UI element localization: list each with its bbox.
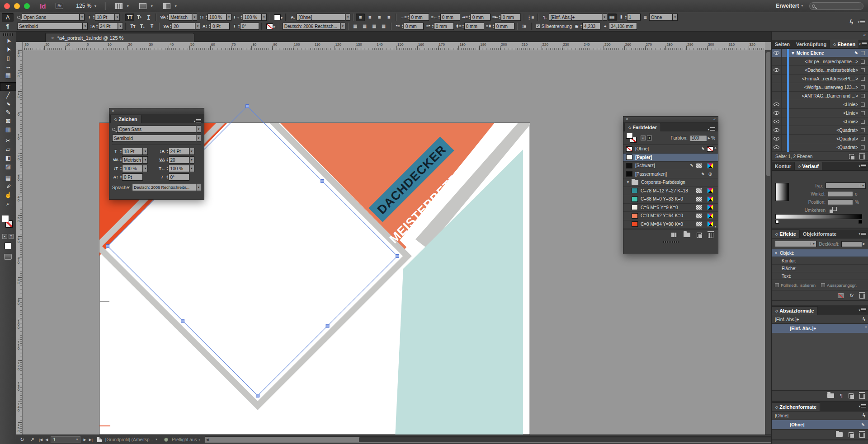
share-button[interactable]: ↗ xyxy=(28,436,36,443)
layer-name[interactable]: <Linie> xyxy=(843,111,858,116)
gradient-feather-tool[interactable]: ▨ xyxy=(0,162,16,171)
horizontal-scale-field[interactable]: T↔100 % xyxy=(233,14,267,21)
last-page-button[interactable]: ▶| xyxy=(89,438,93,442)
tab-objektformate[interactable]: Objektformate xyxy=(800,229,840,238)
new-color-group-icon[interactable] xyxy=(684,233,690,237)
leading-field[interactable]: ↕A24 Pt xyxy=(90,23,123,30)
tab-verlauf[interactable]: ◇Verlauf xyxy=(794,162,822,170)
tab-seiten[interactable]: Seiten xyxy=(772,40,793,48)
effects-target-kontur[interactable]: Kontur: xyxy=(772,257,868,265)
tab-absatzformate[interactable]: ◇Absatzformate xyxy=(772,306,818,315)
search-input[interactable] xyxy=(809,2,863,10)
lock-column[interactable] xyxy=(782,109,787,117)
gradient-stop-black[interactable] xyxy=(859,220,862,224)
font-family-combo[interactable]: Open Sans xyxy=(112,126,201,133)
sync-settings-button[interactable]: ↻ xyxy=(18,436,26,443)
visibility-eye-toggle[interactable] xyxy=(772,66,782,75)
layer-name[interactable]: <Ihr pe...nsprechpartne...> xyxy=(805,59,858,64)
apply-color-button[interactable] xyxy=(5,243,11,249)
scroll-left-icon[interactable]: ◀ xyxy=(206,438,209,442)
close-icon[interactable]: × xyxy=(112,109,114,113)
baseline-shift-field[interactable]: A↕0 Pt xyxy=(202,23,230,30)
rectangle-tool[interactable]: ▥ xyxy=(0,125,16,134)
visibility-eye-toggle[interactable] xyxy=(772,126,782,135)
vertical-scrollbar[interactable] xyxy=(765,50,771,435)
font-style-combo[interactable]: Semibold xyxy=(17,23,88,30)
selection-handle[interactable] xyxy=(106,245,109,248)
selection-square[interactable] xyxy=(861,77,865,81)
swatch-row[interactable]: C=0 M=62 Y=64 K=0 xyxy=(623,212,718,220)
align-left-button[interactable]: ≡ xyxy=(356,14,365,21)
frame-tool[interactable]: ⊠ xyxy=(0,117,16,125)
swatch-row[interactable]: [Schwarz]✒ xyxy=(623,162,718,170)
delete-style-icon[interactable] xyxy=(859,394,865,399)
clear-effects-icon[interactable] xyxy=(838,293,844,298)
page-tool[interactable]: ▯ xyxy=(0,54,16,62)
screen-mode-dropdown[interactable]: ▼ xyxy=(139,3,153,9)
gradient-type-dropdown[interactable] xyxy=(826,182,866,189)
lock-column[interactable] xyxy=(782,126,787,135)
superscript-button[interactable]: T¹ xyxy=(135,14,144,21)
skew-field[interactable]: T0° xyxy=(159,173,202,181)
space-before-para-field[interactable]: ⇟≡0 mm xyxy=(456,23,484,30)
gradient-ramp[interactable] xyxy=(775,214,862,219)
scroll-up-icon[interactable]: ▲ xyxy=(714,146,717,149)
page-view-icon[interactable] xyxy=(97,437,102,442)
reverse-gradient-icon[interactable] xyxy=(830,207,837,213)
maximize-window-button[interactable] xyxy=(24,3,30,9)
tab-effekte[interactable]: ◇Effekte xyxy=(772,229,800,238)
tab-zeichen[interactable]: ◇Zeichen xyxy=(110,115,142,123)
strikethrough-button[interactable]: T xyxy=(147,23,156,30)
fill-proxy-swatch[interactable] xyxy=(2,215,9,222)
blend-mode-dropdown[interactable] xyxy=(775,241,816,247)
lock-column[interactable] xyxy=(782,83,787,92)
visibility-eye-toggle[interactable] xyxy=(772,92,782,100)
layer-row[interactable]: <FirmaA...nerAdressePL...> xyxy=(772,75,868,83)
new-style-group-icon[interactable] xyxy=(836,432,843,437)
indent-left-field[interactable]: →≡0 mm xyxy=(400,14,429,21)
selection-square[interactable] xyxy=(861,85,865,89)
delete-effect-icon[interactable] xyxy=(859,294,865,299)
first-line-indent-field[interactable]: *≡0 mm xyxy=(395,23,424,30)
opacity-stepper-icon[interactable]: ▶ xyxy=(863,242,865,246)
knockout-group-checkbox[interactable]: Aussparungsgr. xyxy=(821,283,857,288)
layer-row[interactable]: <Dachde...meisterbetrieb> xyxy=(772,66,868,75)
text-frame-grid-button[interactable]: ≡≡ xyxy=(608,14,617,21)
span-columns-combo[interactable]: ≣Ohne xyxy=(642,14,678,21)
quick-apply-icon[interactable]: ϟ xyxy=(850,18,854,26)
view-mode-button[interactable] xyxy=(4,254,12,260)
layer-name[interactable]: <Dachde...meisterbetrieb> xyxy=(805,68,858,73)
tracking-field[interactable]: V̲A̲20 xyxy=(159,156,202,164)
hyphenation-checkbox[interactable]: ✓Silbentrennung xyxy=(536,24,572,29)
tab-zeichenformate[interactable]: ◇Zeichenformate xyxy=(772,402,820,411)
panel-menu-icon[interactable] xyxy=(859,164,866,168)
close-window-button[interactable] xyxy=(4,3,10,9)
character-panel-header[interactable]: × xyxy=(109,108,204,114)
layer-row[interactable]: <ANFRAG...Damen und ...> xyxy=(772,92,868,100)
selection-square[interactable] xyxy=(861,137,865,141)
subscript-button[interactable]: T₁ xyxy=(138,23,147,30)
gap-tool[interactable]: ↔ xyxy=(0,62,16,71)
layer-name[interactable]: <Quadrat> xyxy=(836,128,858,133)
grid-mm-field[interactable]: ⌖34,106 mm xyxy=(602,23,637,30)
layer-name[interactable]: <Linie> xyxy=(843,102,858,107)
selection-handle[interactable] xyxy=(396,255,399,258)
underline-button[interactable]: T xyxy=(144,14,153,21)
selection-tool[interactable]: ➤ xyxy=(0,37,16,45)
selection-handle[interactable] xyxy=(181,319,184,322)
type-tool[interactable]: T xyxy=(0,82,16,91)
lock-column[interactable] xyxy=(782,66,787,75)
columns-field[interactable]: ⫴1 xyxy=(618,14,641,21)
kerning-field[interactable]: V̸AMetrisch xyxy=(112,156,155,164)
horizontal-scale-field[interactable]: T↔100 % xyxy=(159,165,202,172)
swatch-row[interactable]: C=68 M=0 Y=33 K=0 xyxy=(623,195,718,204)
tint-field[interactable]: 100 xyxy=(690,135,707,141)
font-size-field[interactable]: T18 Pt xyxy=(112,148,155,155)
justify-center-button[interactable]: ≣ xyxy=(360,23,369,30)
swatch-row[interactable]: ▼Corporate-Farbdesign xyxy=(623,178,718,187)
effects-target-flaeche[interactable]: Fläche: xyxy=(772,265,868,272)
content-collector-tool[interactable]: ▦ xyxy=(0,71,16,79)
justify-button[interactable]: ≡ xyxy=(384,14,393,21)
space-after-para-field[interactable]: ≡⇞0 mm xyxy=(486,23,514,30)
selection-square[interactable] xyxy=(861,145,865,150)
